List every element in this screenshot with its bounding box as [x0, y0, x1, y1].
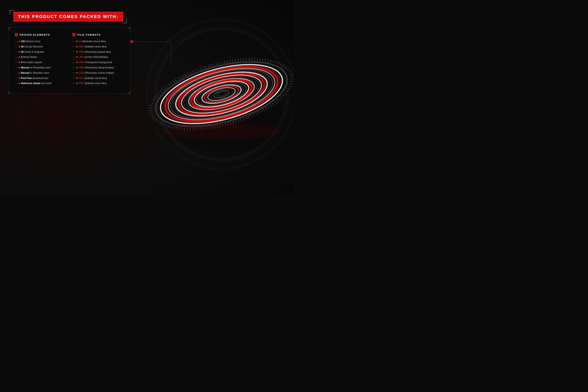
item-text: 36 Charts & Diagrams: [21, 50, 44, 54]
design-elements-column: DESIGN ELEMENTS 125 Abstract Icons 36 Ci…: [15, 33, 66, 87]
bullet-line: [72, 41, 77, 42]
bullet: [72, 57, 77, 57]
formats-icon: [72, 33, 76, 36]
corner-tr: [128, 28, 130, 30]
item-text: .CSH (Photoshop custom shapes): [78, 71, 114, 75]
bullet-line: [15, 41, 19, 42]
bullet-line: [15, 57, 19, 57]
bullet: [72, 41, 77, 42]
bullet: [15, 68, 19, 68]
design-icon: [15, 33, 18, 36]
svg-point-32: [163, 124, 280, 139]
list-item: .PSD (Photoshop layered files): [72, 50, 124, 54]
list-item: Free Font (download link): [15, 77, 66, 80]
header-bracket: THIS PRODUCT COMES PACKED WITH:: [10, 10, 126, 23]
bullet-line: [15, 68, 19, 68]
bullet: [72, 62, 77, 62]
list-item: .JPG (Hi-Res 5000x5000px): [72, 56, 124, 59]
bullet-line: [15, 52, 19, 52]
item-text: .PSD (Photoshop layered files): [78, 50, 111, 54]
file-formats-column: FILE FORMATS .AI (Illustrator source fil…: [72, 33, 124, 87]
bullet: [72, 52, 77, 52]
list-item: .SVG (Editable vector files): [72, 77, 124, 80]
item-text: .PNG (Transparent background): [78, 61, 112, 64]
corner-bl: [8, 91, 11, 94]
list-item: 125 Abstract Icons: [15, 40, 66, 43]
list-item: .AI (Illustrator source files): [72, 40, 124, 43]
item-text: .ABR (Photoshop stamp brushes): [78, 66, 114, 70]
list-item: Manual for Illustrator users: [15, 71, 66, 75]
bullet-line: [15, 62, 19, 62]
item-text: 4 Pre-made Layouts: [21, 61, 42, 64]
item-text: 125 Abstract Icons: [21, 40, 40, 43]
item-text: Reference sheets and more!: [21, 82, 52, 85]
bullet-line: [72, 68, 77, 68]
item-text: .AI (Illustrator source files): [78, 40, 106, 43]
bullet-line: [72, 62, 77, 62]
bullet-line: [72, 52, 77, 52]
connector-line: [132, 42, 171, 42]
columns-container: DESIGN ELEMENTS 125 Abstract Icons 36 Ci…: [15, 33, 124, 87]
header-section: THIS PRODUCT COMES PACKED WITH:: [10, 10, 126, 23]
bullet: [72, 83, 77, 84]
bullet-line: [15, 78, 19, 78]
bullet: [15, 52, 19, 52]
spiral-graphic: [133, 12, 294, 188]
item-text: 36 Circular Elements: [21, 45, 43, 48]
bullet: [72, 78, 77, 78]
bullet-line: [72, 57, 77, 57]
bullet: [15, 41, 19, 42]
formats-column-header: FILE FORMATS: [72, 33, 124, 36]
list-item: 36 Circular Elements: [15, 45, 66, 48]
list-item: .ABR (Photoshop stamp brushes): [72, 66, 124, 70]
item-text: .EPS (Editable vector files): [78, 45, 106, 48]
bullet: [15, 78, 19, 78]
bullet: [15, 62, 19, 62]
design-column-title: DESIGN ELEMENTS: [20, 33, 50, 36]
list-item: .PNG (Transparent background): [72, 61, 124, 64]
header-title: THIS PRODUCT COMES PACKED WITH:: [13, 12, 123, 22]
corner-tl: [8, 28, 11, 30]
list-item: .CSH (Photoshop custom shapes): [72, 71, 124, 75]
bullet: [15, 57, 19, 57]
bullet: [72, 68, 77, 68]
list-item: Reference sheets and more!: [15, 82, 66, 85]
item-text: .JPG (Hi-Res 5000x5000px): [78, 56, 108, 59]
list-item: 3 World Globes: [15, 56, 66, 59]
bullet-line: [72, 83, 77, 84]
corner-br: [128, 91, 130, 94]
design-column-header: DESIGN ELEMENTS: [15, 33, 66, 36]
item-text: 3 World Globes: [21, 56, 37, 59]
item-text: Manual for Photoshop users: [21, 66, 51, 70]
item-text: .PDF (Editable vector files): [78, 82, 106, 85]
list-item: .PDF (Editable vector files): [72, 82, 124, 85]
item-text: Free Font (download link): [21, 77, 48, 80]
list-item: Manual for Photoshop users: [15, 66, 66, 70]
content-panel: DESIGN ELEMENTS 125 Abstract Icons 36 Ci…: [8, 28, 130, 94]
bullet: [15, 83, 19, 84]
item-text: Manual for Illustrator users: [21, 71, 49, 75]
item-text: .SVG (Editable vector files): [78, 77, 107, 80]
list-item: 4 Pre-made Layouts: [15, 61, 66, 64]
formats-column-title: FILE FORMATS: [78, 33, 101, 36]
bullet-line: [15, 83, 19, 84]
bullet-line: [72, 78, 77, 78]
list-item: .EPS (Editable vector files): [72, 45, 124, 48]
list-item: 36 Charts & Diagrams: [15, 50, 66, 54]
